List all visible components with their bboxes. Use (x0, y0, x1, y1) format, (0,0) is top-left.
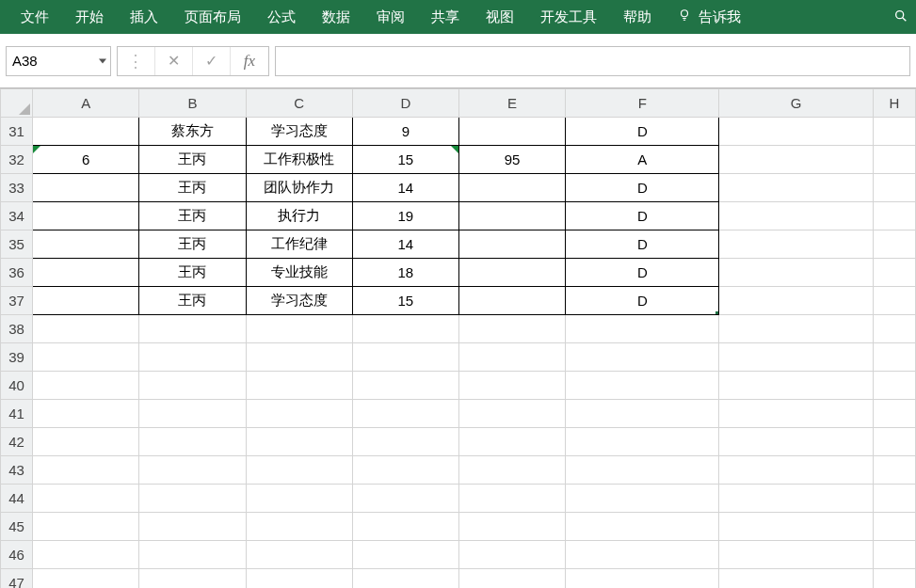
ribbon-tab-file[interactable]: 文件 (8, 0, 62, 34)
cell-A41[interactable] (33, 400, 139, 428)
cell-E34[interactable] (458, 202, 565, 230)
cell-D44[interactable] (352, 485, 458, 513)
cell-G44[interactable] (719, 485, 873, 513)
cell-A39[interactable] (33, 343, 139, 372)
cell-B31[interactable]: 蔡东方 (139, 118, 246, 146)
cell-B32[interactable]: 王丙 (139, 146, 246, 174)
cell-H43[interactable] (873, 456, 915, 485)
cell-B41[interactable] (139, 400, 246, 428)
cell-F39[interactable] (566, 343, 719, 372)
cell-D41[interactable] (352, 400, 458, 428)
cell-C39[interactable] (246, 343, 352, 372)
cell-F33[interactable]: D (566, 174, 719, 202)
row-header-34[interactable]: 34 (1, 202, 33, 230)
row-header-32[interactable]: 32 (1, 146, 33, 174)
cell-B45[interactable] (139, 513, 246, 541)
cell-C37[interactable]: 学习态度 (246, 287, 352, 315)
ribbon-tab-home[interactable]: 开始 (62, 0, 117, 34)
cell-F35[interactable]: D (566, 230, 719, 259)
cell-C31[interactable]: 学习态度 (246, 118, 352, 146)
cell-D43[interactable] (352, 456, 458, 485)
cell-F44[interactable] (566, 485, 719, 513)
cell-E40[interactable] (458, 372, 565, 400)
cell-A36[interactable] (33, 259, 139, 287)
cell-H32[interactable] (873, 146, 915, 174)
cell-H31[interactable] (873, 118, 915, 146)
cell-C44[interactable] (246, 485, 352, 513)
cell-A44[interactable] (33, 485, 139, 513)
cell-F37[interactable]: D (566, 287, 719, 315)
cell-C42[interactable] (246, 428, 352, 456)
cell-G36[interactable] (719, 259, 873, 287)
cell-E47[interactable] (458, 569, 565, 589)
ribbon-tab-data[interactable]: 数据 (309, 0, 363, 34)
cell-E44[interactable] (458, 485, 565, 513)
cell-C45[interactable] (246, 513, 352, 541)
cell-E42[interactable] (458, 428, 565, 456)
cell-D40[interactable] (352, 372, 458, 400)
select-all-corner[interactable] (1, 89, 33, 118)
cell-G42[interactable] (719, 428, 873, 456)
cell-B47[interactable] (139, 569, 246, 589)
cell-F32[interactable]: A (566, 146, 719, 174)
row-header-31[interactable]: 31 (1, 118, 33, 146)
cell-C34[interactable]: 执行力 (246, 202, 352, 230)
name-box[interactable]: A38 (6, 46, 111, 76)
cell-A40[interactable] (33, 372, 139, 400)
cell-F46[interactable] (566, 541, 719, 569)
cell-C35[interactable]: 工作纪律 (246, 230, 352, 259)
cell-E45[interactable] (458, 513, 565, 541)
cell-H47[interactable] (873, 569, 915, 589)
cell-A42[interactable] (33, 428, 139, 456)
cell-E41[interactable] (458, 400, 565, 428)
cell-H41[interactable] (873, 400, 915, 428)
ribbon-tab-help[interactable]: 帮助 (610, 0, 665, 34)
cell-A43[interactable] (33, 456, 139, 485)
cell-G31[interactable] (719, 118, 873, 146)
cell-B34[interactable]: 王丙 (139, 202, 246, 230)
cell-H33[interactable] (873, 174, 915, 202)
spreadsheet-grid[interactable]: A B C D E F G H 31蔡东方学习态度9D326王丙工作积极性159… (0, 88, 916, 588)
row-header-43[interactable]: 43 (1, 456, 33, 485)
cell-G40[interactable] (719, 372, 873, 400)
cell-F40[interactable] (566, 372, 719, 400)
row-header-39[interactable]: 39 (1, 343, 33, 372)
cell-G41[interactable] (719, 400, 873, 428)
cell-H39[interactable] (873, 343, 915, 372)
cell-G45[interactable] (719, 513, 873, 541)
cell-D36[interactable]: 18 (352, 259, 458, 287)
cell-C46[interactable] (246, 541, 352, 569)
cell-C41[interactable] (246, 400, 352, 428)
cell-G33[interactable] (719, 174, 873, 202)
cell-E31[interactable] (458, 118, 565, 146)
cell-D31[interactable]: 9 (352, 118, 458, 146)
cell-D33[interactable]: 14 (352, 174, 458, 202)
cell-H38[interactable] (873, 315, 915, 343)
cell-A37[interactable] (33, 287, 139, 315)
formula-input[interactable] (275, 46, 910, 76)
enter-button[interactable]: ✓ (193, 47, 231, 75)
col-header-A[interactable]: A (33, 89, 139, 118)
cell-F45[interactable] (566, 513, 719, 541)
row-header-37[interactable]: 37 (1, 287, 33, 315)
cell-E46[interactable] (458, 541, 565, 569)
cell-F38[interactable] (566, 315, 719, 343)
row-header-38[interactable]: 38 (1, 315, 33, 343)
cell-H35[interactable] (873, 230, 915, 259)
cancel-button[interactable]: ✕ (155, 47, 193, 75)
tell-me[interactable]: 告诉我 (665, 0, 754, 34)
cell-E43[interactable] (458, 456, 565, 485)
cell-F34[interactable]: D (566, 202, 719, 230)
cell-B44[interactable] (139, 485, 246, 513)
row-header-41[interactable]: 41 (1, 400, 33, 428)
cell-H40[interactable] (873, 372, 915, 400)
cell-A33[interactable] (33, 174, 139, 202)
cell-G43[interactable] (719, 456, 873, 485)
col-header-F[interactable]: F (566, 89, 719, 118)
cell-H42[interactable] (873, 428, 915, 456)
cell-F43[interactable] (566, 456, 719, 485)
search-icon[interactable] (893, 8, 908, 26)
cell-D35[interactable]: 14 (352, 230, 458, 259)
cell-A34[interactable] (33, 202, 139, 230)
cell-H34[interactable] (873, 202, 915, 230)
